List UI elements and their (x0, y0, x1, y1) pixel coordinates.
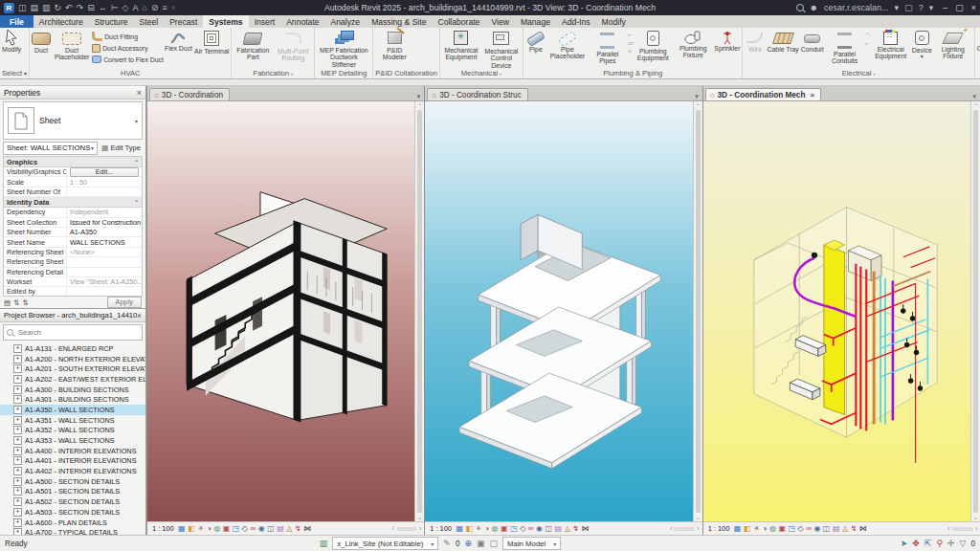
worksharing-display-icon[interactable]: ◫ (267, 525, 275, 533)
edit-type-button[interactable]: ▦ Edit Type (100, 143, 143, 152)
panel-label-electrical[interactable]: Electrical› (743, 68, 973, 78)
tab-analyze[interactable]: Analyze (325, 15, 367, 28)
view-tab-list-caret-icon[interactable]: ▾ (970, 93, 978, 100)
crop-view-icon[interactable]: ▣ (223, 525, 231, 533)
aligned-dimension-icon[interactable]: ⊢ (111, 4, 119, 12)
tab-file[interactable]: File (0, 15, 33, 28)
highlight-displacement-icon[interactable]: ↯ (295, 525, 301, 533)
panel-label-mep-detailing[interactable]: MEP Detailing (315, 68, 372, 78)
panel-label-plumbing[interactable]: Plumbing & Piping (523, 68, 743, 78)
tab-structure[interactable]: Structure (89, 15, 134, 28)
project-browser-close-icon[interactable]: × (137, 311, 142, 320)
sheet-item[interactable]: +A1-A600 - PLAN DETAILS (0, 518, 145, 528)
file-views-icon[interactable]: ◫ (18, 4, 27, 12)
select-links-icon[interactable]: ⇱ (924, 540, 932, 548)
property-row[interactable]: Edited by (4, 287, 142, 297)
property-row[interactable]: Sheet NameWALL SECTIONS (4, 237, 142, 247)
section-identity-data[interactable]: Identity Data⌃ (4, 197, 142, 208)
property-row[interactable]: Sheet NumberA1-A350 (4, 228, 142, 237)
autodesk-access-icon[interactable]: ▢ (904, 3, 913, 12)
unlock-3d-view-icon[interactable]: ◇ (242, 525, 248, 533)
help-icon[interactable]: ? (919, 3, 924, 12)
reveal-constraints-icon[interactable]: ⋈ (859, 525, 867, 533)
undo-icon[interactable]: ↶ (65, 4, 73, 12)
sheet-item[interactable]: +A1-A400 - INTERIOR ELEVATIONS (0, 446, 145, 456)
conduit-button[interactable]: Conduit (800, 29, 825, 53)
reveal-hidden-elements-icon[interactable]: ◉ (813, 525, 820, 533)
property-row[interactable]: Referencing Sheet C...<None> (4, 248, 142, 257)
tab-manage[interactable]: Manage (515, 15, 556, 28)
mep-fabrication-ductwork-stiffener-button[interactable]: MEP Fabrication Ductwork Stiffener (316, 29, 371, 68)
print-icon[interactable]: ⊟ (87, 4, 95, 12)
parallel-pipes-button[interactable]: Parallel Pipes (588, 29, 628, 65)
sheet-item[interactable]: +A1-A700 - TYPICAL DETAILS (0, 527, 145, 535)
search-icon[interactable] (796, 4, 804, 11)
model-canvas-architecture[interactable] (147, 101, 414, 521)
air-terminal-button[interactable]: Air Terminal (193, 29, 230, 55)
duct-fitting-button[interactable]: Duct Fitting (92, 31, 164, 42)
editable-only-icon[interactable]: ✎ (443, 540, 451, 548)
browser-search[interactable] (3, 324, 143, 341)
filter-icon[interactable]: ▽ (960, 540, 967, 548)
reveal-constraints-icon[interactable]: ⋈ (303, 525, 311, 533)
sheet-item[interactable]: +A1-A402 - INTERIOR ELEVATIONS (0, 466, 145, 476)
unlock-3d-view-icon[interactable]: ◇ (520, 525, 525, 533)
panel-label-mechanical[interactable]: Mechanical› (440, 69, 523, 78)
panel-label-hvac[interactable]: HVAC (30, 68, 231, 78)
pipe-placeholder-button[interactable]: Pipe Placeholder (547, 29, 588, 60)
save-icon[interactable]: ▥ (42, 4, 51, 12)
tab-collaborate[interactable]: Collaborate (432, 15, 485, 28)
convert-to-flex-duct-button[interactable]: Convert to Flex Duct (92, 54, 164, 65)
sheet-item[interactable]: +A1-A352 - WALL SECTIONS (0, 426, 145, 436)
duct-accessory-button[interactable]: Duct Accessory (92, 42, 164, 54)
section-graphics[interactable]: Graphics⌃ (4, 157, 142, 167)
detail-level-icon[interactable]: ▦ (734, 525, 742, 533)
qat-customize-icon[interactable]: ▾ (171, 4, 176, 12)
scale-button[interactable]: 1 : 100 (706, 524, 732, 533)
sync-icon[interactable]: ↻ (55, 4, 62, 12)
scale-button[interactable]: 1 : 100 (150, 524, 176, 533)
redo-icon[interactable]: ↷ (77, 4, 84, 12)
panel-label-pid[interactable]: P&ID Collaboration (373, 68, 439, 78)
sheet-item[interactable]: +A1-A201 - SOUTH EXTERIOR ELEVATION (0, 364, 145, 374)
plumbing-equipment-button[interactable]: Plumbing Equipment (633, 29, 673, 62)
tab-insert[interactable]: Insert (249, 15, 281, 28)
view-tab-list-caret-icon[interactable]: ▾ (415, 93, 423, 100)
sheet-item[interactable]: +A1-A501 - SECTION DETAILS (0, 487, 145, 497)
view1-scrollbar[interactable]: ⌃⌄ (414, 101, 424, 521)
component-button[interactable]: Component▾ (976, 29, 980, 58)
crop-view-icon[interactable]: ▣ (501, 525, 508, 533)
signed-in-user[interactable]: cesar.r.escalan... (824, 3, 889, 12)
view2-scrollbar[interactable]: ⌃⌄ (693, 101, 702, 521)
duct-button[interactable]: Duct (31, 29, 52, 54)
reveal-hidden-elements-icon[interactable]: ◉ (536, 525, 543, 533)
tab-architecture[interactable]: Architecture (33, 15, 89, 28)
sheet-item[interactable]: +A1-A500 - SECTION DETAILS (0, 476, 145, 487)
sheet-item[interactable]: +A1-A353 - WALL SECTIONS (0, 435, 145, 446)
property-row[interactable]: Visibility/Graphics O...Edit... (4, 167, 142, 177)
default-3d-view-icon[interactable]: ⌂ (143, 4, 147, 12)
lighting-fixture-button[interactable]: Lighting Fixture (933, 29, 973, 60)
tab-modify[interactable]: Modify (596, 15, 632, 28)
drag-on-selection-icon[interactable]: ✛ (947, 540, 955, 548)
highlight-displacement-icon[interactable]: ↯ (572, 525, 579, 533)
shadows-icon[interactable]: ◑ (484, 525, 489, 533)
open-icon[interactable]: ▤ (31, 4, 39, 12)
sprinkler-button[interactable]: Sprinkler (713, 29, 741, 52)
tag-icon[interactable]: ◇ (122, 4, 129, 12)
show-analytical-model-icon[interactable]: ◬ (286, 525, 292, 533)
view-tab-3d-coordination-struc[interactable]: ⌂ 3D - Coordination Struc (427, 88, 527, 100)
shadows-icon[interactable]: ◑ (207, 525, 212, 533)
cable-tray-button[interactable]: Cable Tray (766, 29, 799, 53)
temporary-view-properties-icon[interactable]: ▤ (555, 525, 563, 533)
property-row[interactable]: Referencing Detail (4, 268, 142, 277)
browser-search-input[interactable] (16, 327, 139, 338)
sort-ascending-icon[interactable]: ⇅ (13, 298, 19, 307)
worksharing-display-icon[interactable]: ◫ (823, 525, 831, 533)
view-tab-3d-coordination[interactable]: ⌂ 3D - Coordination (149, 88, 230, 100)
visual-style-icon[interactable]: ◧ (744, 525, 751, 533)
vg-edit-button[interactable]: Edit... (70, 167, 139, 177)
show-crop-region-icon[interactable]: ◳ (233, 525, 240, 533)
close-view-icon[interactable]: × (810, 91, 814, 99)
thin-lines-icon[interactable]: ≡ (163, 4, 167, 12)
